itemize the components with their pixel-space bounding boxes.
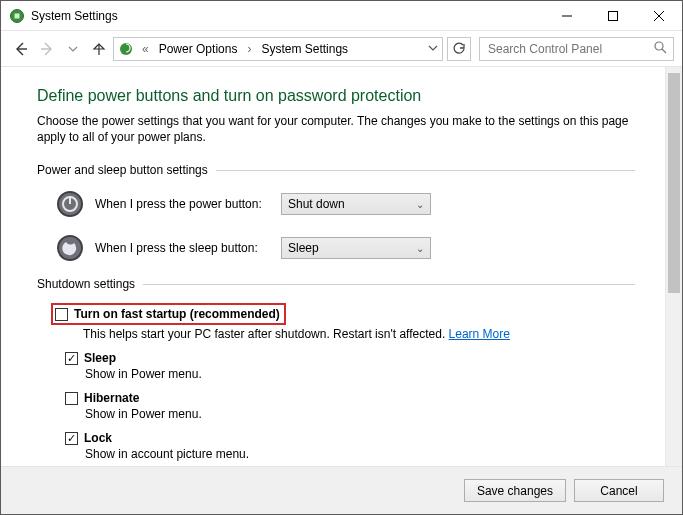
breadcrumb-item[interactable]: System Settings	[259, 42, 350, 56]
group-power-sleep: Power and sleep button settings	[37, 163, 635, 177]
sleep-button-label: When I press the sleep button:	[95, 241, 281, 255]
checkbox-checked-icon[interactable]	[65, 432, 78, 445]
up-button[interactable]	[87, 37, 111, 61]
power-button-dropdown[interactable]: Shut down ⌄	[281, 193, 431, 215]
learn-more-link[interactable]: Learn More	[449, 327, 510, 341]
checkbox-unchecked-icon[interactable]	[55, 308, 68, 321]
checkbox-checked-icon[interactable]	[65, 352, 78, 365]
lock-checkbox-row[interactable]: Lock	[65, 431, 635, 445]
svg-point-10	[655, 42, 663, 50]
close-button[interactable]	[636, 1, 682, 31]
app-icon	[9, 8, 25, 24]
fast-startup-highlight: Turn on fast startup (recommended)	[51, 303, 286, 325]
power-button-icon	[55, 189, 85, 219]
sleep-option: Sleep Show in Power menu.	[65, 351, 635, 381]
breadcrumb-item[interactable]: Power Options	[157, 42, 240, 56]
dropdown-value: Sleep	[288, 241, 319, 255]
hibernate-checkbox-row[interactable]: Hibernate	[65, 391, 635, 405]
save-changes-button[interactable]: Save changes	[464, 479, 566, 502]
svg-line-11	[662, 49, 666, 53]
minimize-button[interactable]	[544, 1, 590, 31]
chevron-down-icon[interactable]	[428, 42, 438, 56]
search-icon[interactable]	[654, 41, 667, 57]
refresh-button[interactable]	[447, 37, 471, 61]
lock-option-sub: Show in account picture menu.	[85, 447, 635, 461]
group-label-text: Shutdown settings	[37, 277, 135, 291]
sleep-button-dropdown[interactable]: Sleep ⌄	[281, 237, 431, 259]
search-box[interactable]	[479, 37, 674, 61]
row-power-button: When I press the power button: Shut down…	[55, 189, 635, 219]
scrollbar[interactable]	[665, 67, 682, 466]
divider	[216, 170, 635, 171]
hibernate-option-sub: Show in Power menu.	[85, 407, 635, 421]
page-description: Choose the power settings that you want …	[37, 113, 635, 145]
row-sleep-button: When I press the sleep button: Sleep ⌄	[55, 233, 635, 263]
window: System Settings	[0, 0, 683, 515]
fast-startup-help: This helps start your PC faster after sh…	[83, 327, 635, 341]
sleep-option-sub: Show in Power menu.	[85, 367, 635, 381]
search-input[interactable]	[486, 41, 654, 57]
body: Define power buttons and turn on passwor…	[1, 67, 682, 466]
address-bar[interactable]: « Power Options › System Settings	[113, 37, 443, 61]
scrollbar-thumb[interactable]	[668, 73, 680, 293]
breadcrumb-icon	[118, 41, 134, 57]
footer: Save changes Cancel	[1, 466, 682, 514]
lock-option-label: Lock	[84, 431, 112, 445]
sleep-button-icon	[55, 233, 85, 263]
lock-option: Lock Show in account picture menu.	[65, 431, 635, 461]
group-label-text: Power and sleep button settings	[37, 163, 208, 177]
navbar: « Power Options › System Settings	[1, 31, 682, 67]
checkbox-unchecked-icon[interactable]	[65, 392, 78, 405]
hibernate-option: Hibernate Show in Power menu.	[65, 391, 635, 421]
chevron-right-icon: ›	[243, 42, 255, 56]
chevron-down-icon: ⌄	[416, 199, 424, 210]
cancel-button[interactable]: Cancel	[574, 479, 664, 502]
svg-rect-1	[15, 13, 20, 18]
titlebar: System Settings	[1, 1, 682, 31]
maximize-button[interactable]	[590, 1, 636, 31]
divider	[143, 284, 635, 285]
shutdown-settings: Turn on fast startup (recommended) This …	[51, 303, 635, 461]
group-shutdown: Shutdown settings	[37, 277, 635, 291]
content: Define power buttons and turn on passwor…	[1, 67, 665, 466]
page-heading: Define power buttons and turn on passwor…	[37, 87, 635, 105]
power-button-label: When I press the power button:	[95, 197, 281, 211]
svg-rect-3	[609, 11, 618, 20]
window-title: System Settings	[31, 9, 118, 23]
recent-dropdown-icon[interactable]	[61, 37, 85, 61]
hibernate-option-label: Hibernate	[84, 391, 139, 405]
chevron-down-icon: ⌄	[416, 243, 424, 254]
fast-startup-label: Turn on fast startup (recommended)	[74, 307, 280, 321]
breadcrumb-sep-icon: «	[138, 42, 153, 56]
sleep-option-label: Sleep	[84, 351, 116, 365]
forward-button[interactable]	[35, 37, 59, 61]
back-button[interactable]	[9, 37, 33, 61]
fast-startup-checkbox-row[interactable]: Turn on fast startup (recommended)	[55, 307, 280, 321]
dropdown-value: Shut down	[288, 197, 345, 211]
sleep-checkbox-row[interactable]: Sleep	[65, 351, 635, 365]
